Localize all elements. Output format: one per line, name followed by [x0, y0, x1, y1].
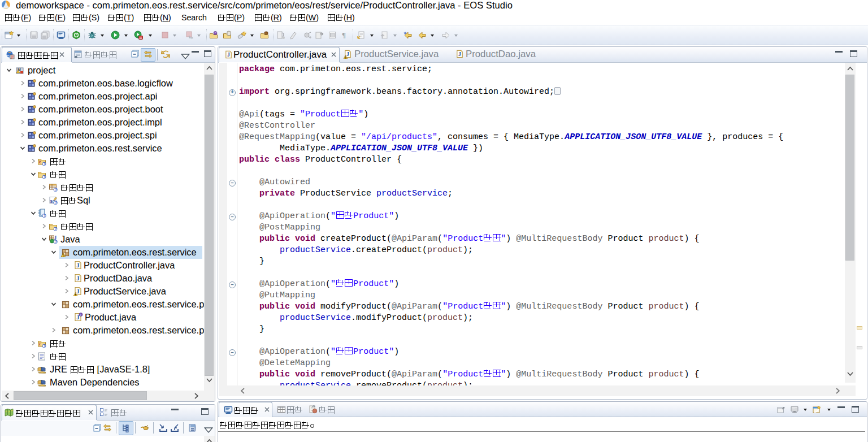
svg-text:ɛ: ɛ: [39, 159, 41, 164]
